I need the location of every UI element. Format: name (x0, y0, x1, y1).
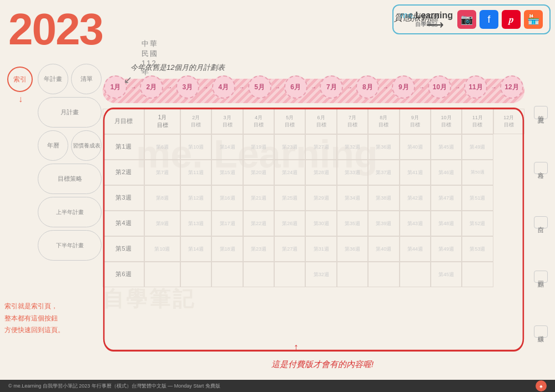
month-goal-row: 月目標 1月目標 2月目標 3月目標 4月目標 5月目標 6月目標 7月目標 8… (103, 109, 524, 134)
cell-r5-c10: 第49週 (431, 236, 462, 262)
cell-r5-c5: 第27週 (274, 236, 305, 262)
cell-r2-c4: 第20週 (243, 160, 274, 185)
cell-r2-c1: 第7週 (144, 160, 180, 185)
month-goal-jan: 1月目標 (144, 109, 180, 134)
nav-month-plan[interactable]: 月計畫 (38, 97, 102, 128)
month-4[interactable]: 4月 (212, 75, 235, 99)
cell-r3-c6: 第29週 (305, 185, 336, 211)
month-7[interactable]: 7月 (320, 75, 343, 99)
cell-r3-c1: 第8週 (144, 185, 180, 211)
month-9[interactable]: 9月 (392, 75, 415, 99)
cell-r1-c3: 第14週 (211, 134, 243, 160)
nav-second-half[interactable]: 下半年計畫 (38, 230, 102, 261)
cell-r5-c2: 第14週 (180, 236, 211, 262)
row-week1-label: 第1週 (103, 134, 144, 160)
cell-r4-c7: 第35週 (337, 211, 368, 236)
cell-r1-c8: 第36週 (368, 134, 399, 160)
cell-r2-c9: 第41週 (400, 160, 431, 185)
cell-r6-c8 (368, 262, 399, 287)
month-goal-feb: 2月目標 (180, 109, 211, 134)
tab-grid[interactable]: 方格 (534, 162, 548, 174)
row-week5-label: 第5週 (103, 236, 144, 262)
month-goal-dec: 12月目標 (493, 109, 524, 134)
cell-r6-c4 (243, 262, 274, 287)
cell-r3-c7: 第34週 (337, 185, 368, 211)
month-2[interactable]: 2月 (140, 75, 163, 99)
label-month-goal: 月目標 (103, 109, 144, 134)
cell-r3-c11: 第51週 (462, 185, 493, 211)
left-annotation: 索引就是索引頁， 整本都有這個按鈕 方便快速回到這頁。 (4, 301, 64, 337)
month-goal-oct: 10月目標 (431, 109, 462, 134)
cell-r5-c8: 第40週 (368, 236, 399, 262)
cell-r3-c10: 第47週 (431, 185, 462, 211)
cell-r1-c6: 第27週 (305, 134, 336, 160)
month-10[interactable]: 10月 (428, 75, 451, 99)
cell-r2-c3: 第15週 (211, 160, 243, 185)
cell-r6-c9 (400, 262, 431, 287)
tab-notes[interactable]: 筆記頁 (534, 106, 548, 119)
nav-goal-strategy[interactable]: 目標策略 (38, 164, 102, 194)
cell-r5-c4: 第23週 (243, 236, 274, 262)
cell-r4-c6: 第30週 (305, 211, 336, 236)
cell-r4-c8: 第39週 (368, 211, 399, 236)
nav-habits[interactable]: 習慣養成表 (71, 130, 102, 161)
cell-r5-c6: 第31週 (305, 236, 336, 262)
month-5[interactable]: 5月 (248, 75, 271, 99)
cell-r6-c6: 第32週 (305, 262, 336, 287)
nav-first-half[interactable]: 上半年計畫 (38, 197, 102, 227)
tab-dots[interactable]: 圓點 (534, 271, 548, 283)
cell-r4-c3: 第17週 (211, 211, 243, 236)
instagram-icon[interactable]: 📷 (457, 10, 476, 29)
cell-r6-c2 (180, 262, 211, 287)
index-button[interactable]: 索引 (7, 67, 33, 92)
cell-r1-c4: 第19週 (243, 134, 274, 160)
year-title: 2023 中華民國 112 年 癸卯年 (8, 4, 103, 52)
cell-r6-c3 (211, 262, 243, 287)
tab-lines[interactable]: 橫線 (534, 325, 548, 338)
cell-r1-c2: 第10週 (180, 134, 211, 160)
nav-year-plan[interactable]: 年計畫 (38, 64, 68, 94)
footer-icon: ♠ (536, 380, 547, 391)
cell-r2-c11: 第50週 (462, 160, 493, 185)
month-goal-aug: 8月目標 (368, 109, 399, 134)
pinterest-icon[interactable]: 𝒑 (502, 10, 521, 29)
month-6[interactable]: 6月 (284, 75, 307, 99)
month-3[interactable]: 3月 (176, 75, 199, 99)
orange-arrow-down: ↓ (18, 94, 23, 104)
bottom-arrow: ↑ (294, 342, 299, 353)
cell-r5-c9: 第44週 (400, 236, 431, 262)
row-week4-label: 第4週 (103, 211, 144, 236)
tab-blank[interactable]: 空白 (534, 216, 548, 228)
month-8[interactable]: 8月 (356, 75, 379, 99)
cell-r2-c5: 第24週 (274, 160, 305, 185)
month-goal-mar: 3月目標 (211, 109, 243, 134)
month-goal-jun: 6月目標 (305, 109, 336, 134)
month-goal-nov: 11月目標 (462, 109, 493, 134)
cell-r4-c9: 第43週 (400, 211, 431, 236)
cell-r5-c1: 第10週 (144, 236, 180, 262)
cell-r2-c2: 第11週 (180, 160, 211, 185)
cell-r6-c7 (337, 262, 368, 287)
cell-r6-c10: 第45週 (431, 262, 462, 287)
shop-icon[interactable]: 🏪 (524, 10, 543, 29)
cell-r1-c11: 第49週 (462, 134, 493, 160)
cell-r2-c6: 第28週 (305, 160, 336, 185)
facebook-icon[interactable]: f (480, 10, 498, 29)
cell-r6-c5 (274, 262, 305, 287)
month-goal-jul: 7月目標 (337, 109, 368, 134)
month-strip: 1月 → 2月 → 3月 → 4月 → 5月 → 6月 → 7月 → 8月 → … (103, 75, 524, 106)
cell-r3-c3: 第16週 (211, 185, 243, 211)
nav-year-calendar[interactable]: 年曆 (38, 130, 68, 161)
cell-r3-c2: 第12週 (180, 185, 211, 211)
month-11[interactable]: 11月 (464, 75, 487, 99)
month-12[interactable]: 12月 (500, 75, 523, 99)
cell-r1-c10: 第45週 (431, 134, 462, 160)
cell-r6-c1 (144, 262, 180, 287)
callout-arrow: ⟶ (426, 18, 444, 32)
cell-r3-c9: 第42週 (400, 185, 431, 211)
cell-r1-c9: 第40週 (400, 134, 431, 160)
nav-list[interactable]: 清單 (71, 64, 102, 94)
main-content: 今年依舊是12個月的月計劃表 ↙ 1月 → 2月 → 3月 → 4月 → 5月 … (103, 60, 524, 380)
month-goal-may: 5月目標 (274, 109, 305, 134)
months-row: 1月 → 2月 → 3月 → 4月 → 5月 → 6月 → 7月 → 8月 → … (103, 75, 524, 99)
